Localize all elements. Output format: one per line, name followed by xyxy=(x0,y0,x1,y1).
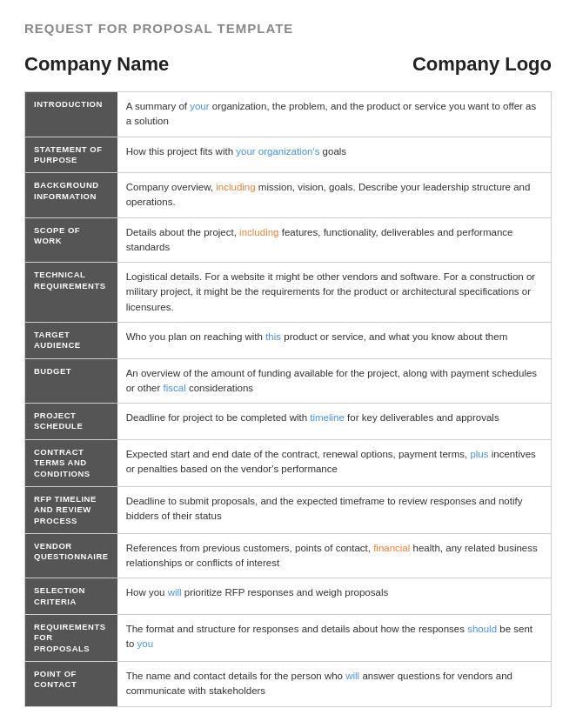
row-label: RFP TIMELINE AND REVIEW PROCESS xyxy=(25,486,117,533)
row-label: PROJECT SCHEDULE xyxy=(25,404,117,440)
row-content: Company overview, including mission, vis… xyxy=(117,173,552,218)
row-label: CONTRACT TERMS AND CONDITIONS xyxy=(25,439,117,486)
rfp-table: INTRODUCTIONA summary of your organizati… xyxy=(24,91,552,707)
row-label: SCOPE OF WORK xyxy=(25,217,117,263)
row-label: VENDOR QUESTIONNAIRE xyxy=(25,533,117,578)
company-name: Company Name xyxy=(24,53,169,76)
row-content: How you will prioritize RFP responses an… xyxy=(117,578,552,615)
table-row: STATEMENT OF PURPOSEHow this project fit… xyxy=(25,137,552,173)
table-row: SELECTION CRITERIAHow you will prioritiz… xyxy=(25,578,552,615)
row-label: POINT OF CONTACT xyxy=(25,662,117,707)
row-content: The name and contact details for the per… xyxy=(117,662,552,707)
row-label: STATEMENT OF PURPOSE xyxy=(25,137,117,173)
row-label: SELECTION CRITERIA xyxy=(25,578,117,615)
company-logo: Company Logo xyxy=(412,53,552,76)
row-content: Details about the project, including fea… xyxy=(117,217,552,263)
table-row: REQUIREMENTS FOR PROPOSALSThe format and… xyxy=(25,615,552,662)
row-label: BUDGET xyxy=(25,358,117,404)
table-row: BACKGROUND INFORMATIONCompany overview, … xyxy=(25,173,552,218)
row-content: Logistical details. For a website it mig… xyxy=(117,263,552,323)
row-label: TECHNICAL REQUIREMENTS xyxy=(25,263,117,323)
table-row: TARGET AUDIENCEWho you plan on reaching … xyxy=(25,322,552,358)
row-content: Deadline to submit proposals, and the ex… xyxy=(117,486,552,533)
table-row: RFP TIMELINE AND REVIEW PROCESSDeadline … xyxy=(25,486,552,533)
row-content: An overview of the amount of funding ava… xyxy=(117,358,552,404)
table-row: BUDGETAn overview of the amount of fundi… xyxy=(25,358,552,404)
table-row: PROJECT SCHEDULEDeadline for project to … xyxy=(25,404,552,440)
row-content: How this project fits with your organiza… xyxy=(117,137,552,173)
row-label: BACKGROUND INFORMATION xyxy=(25,173,117,218)
row-content: Expected start and end date of the contr… xyxy=(117,439,552,486)
row-content: A summary of your organization, the prob… xyxy=(117,92,552,137)
row-label: INTRODUCTION xyxy=(25,92,117,137)
table-row: CONTRACT TERMS AND CONDITIONSExpected st… xyxy=(25,439,552,486)
table-row: POINT OF CONTACTThe name and contact det… xyxy=(25,662,552,707)
row-content: The format and structure for responses a… xyxy=(117,615,552,662)
table-row: SCOPE OF WORKDetails about the project, … xyxy=(25,217,552,263)
table-row: TECHNICAL REQUIREMENTSLogistical details… xyxy=(25,263,552,323)
doc-title: REQUEST FOR PROPOSAL TEMPLATE xyxy=(24,21,552,36)
table-row: VENDOR QUESTIONNAIREReferences from prev… xyxy=(25,533,552,578)
row-label: TARGET AUDIENCE xyxy=(25,322,117,358)
row-content: Deadline for project to be completed wit… xyxy=(117,404,552,440)
row-content: Who you plan on reaching with this produ… xyxy=(117,322,552,358)
row-content: References from previous customers, poin… xyxy=(117,533,552,578)
table-row: INTRODUCTIONA summary of your organizati… xyxy=(25,92,552,137)
row-label: REQUIREMENTS FOR PROPOSALS xyxy=(25,615,117,662)
